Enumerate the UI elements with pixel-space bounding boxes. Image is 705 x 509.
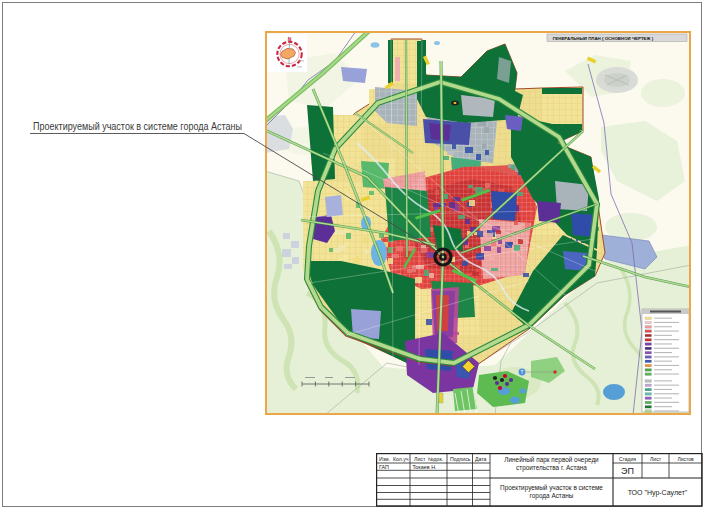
svg-text:Подпись: Подпись [450,456,471,462]
svg-text:города Астаны: города Астаны [530,492,574,500]
svg-text:Стадия: Стадия [619,456,636,462]
svg-text:Дата: Дата [475,456,487,462]
svg-text:Лист: Лист [414,456,426,462]
svg-text:Проектируемый участок в систем: Проектируемый участок в системе [500,484,603,492]
svg-text:Изм.: Изм. [379,456,390,462]
svg-text:Линейный парк первой очереди: Линейный парк первой очереди [504,456,599,464]
svg-text:ЭП: ЭП [621,466,634,476]
svg-text:ТОО "Нур-Саулет": ТОО "Нур-Саулет" [628,489,688,497]
svg-text:строительства г. Астана: строительства г. Астана [516,464,587,472]
svg-text:Кол.уч: Кол.уч [393,456,409,462]
svg-text:Листов: Листов [677,456,694,462]
svg-text:ГАП: ГАП [379,464,389,470]
svg-text:№док.: №док. [428,456,443,462]
svg-text:Токаев Н.: Токаев Н. [413,464,437,470]
svg-text:Лист: Лист [650,456,662,462]
